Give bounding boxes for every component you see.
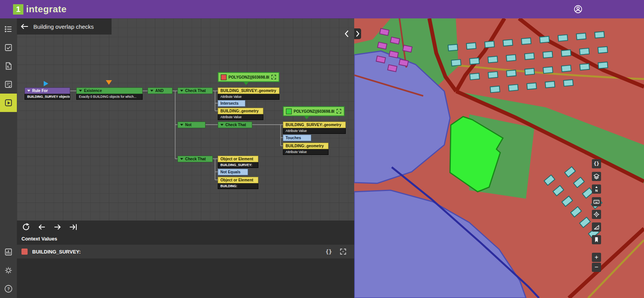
sidebar-item-rules-list[interactable]: [0, 20, 17, 38]
node-predicate-touches[interactable]: Touches: [283, 135, 311, 141]
restart-button[interactable]: [21, 222, 31, 232]
node-check-that-1[interactable]: Check That: [177, 87, 213, 94]
context-value-label: BUILDING_SURVEY:: [32, 249, 81, 255]
zoom-in-button[interactable]: +: [592, 253, 601, 262]
rule-canvas[interactable]: POLYGONZ((603698.881 POLYGONZ((603698.88…: [17, 18, 354, 221]
sidebar: ?: [0, 18, 17, 298]
sidebar-item-help[interactable]: ?: [0, 280, 17, 298]
session-play-icon: [4, 99, 13, 107]
map-panel[interactable]: {} N: [354, 18, 644, 298]
zoom-to-geometry-icon[interactable]: [271, 74, 276, 80]
step-forward-button[interactable]: [53, 222, 62, 232]
menu-list-icon: [4, 25, 13, 33]
map-tool-keyboard[interactable]: [592, 197, 601, 206]
chevron-down-icon: [79, 90, 82, 92]
view-wkt-button[interactable]: {}: [325, 249, 332, 255]
node-not[interactable]: Not: [177, 122, 205, 128]
node-object-building-survey[interactable]: Object or Element BUILDING_SURVEY:: [218, 156, 258, 168]
node-check-that-2[interactable]: Check That: [218, 122, 252, 128]
run-to-end-button[interactable]: [69, 222, 78, 232]
sidebar-spacer: [0, 112, 17, 243]
account-icon: [573, 5, 583, 14]
page-title: Building overlap checks: [33, 23, 94, 30]
layers-icon: [593, 173, 600, 179]
measure-icon: [593, 224, 600, 230]
value-chip-polygon-1[interactable]: POLYGONZ((603698.881: [218, 72, 279, 82]
logo-square: 1: [13, 4, 23, 15]
arrow-to-bar-icon: [69, 223, 77, 231]
sidebar-item-form-checks[interactable]: [0, 75, 17, 94]
chevron-left-icon: [344, 30, 349, 38]
playback-toolbar: [17, 221, 354, 234]
node-object-building[interactable]: Object or Element BUILDING:: [218, 177, 258, 189]
node-attr-building-geometry-1[interactable]: BUILDING:.geometry Attribute Value: [218, 108, 263, 120]
map-tools: {} N: [592, 159, 601, 244]
sidebar-item-theme[interactable]: [0, 261, 17, 280]
map-tool-compass[interactable]: N: [592, 184, 601, 194]
map-tool-code-view[interactable]: {}: [592, 159, 601, 168]
app-logo: 1 integrate: [13, 4, 67, 15]
zoom-to-feature-button[interactable]: [340, 248, 347, 255]
restart-icon: [22, 223, 30, 231]
context-values-heading: Context Values: [17, 234, 354, 245]
svg-text:N: N: [595, 189, 598, 193]
sidebar-item-session[interactable]: [0, 94, 17, 112]
map-tool-layers[interactable]: [592, 172, 601, 181]
node-attr-building-survey-geometry-2[interactable]: BUILDING_SURVEY:.geometry Attribute Valu…: [283, 122, 346, 134]
node-rule-for[interactable]: Rule For BUILDING_SURVEY objects: [25, 87, 70, 100]
run-pointer-icon: [44, 81, 48, 86]
chevron-down-icon: [180, 90, 183, 92]
value-chip-polygon-2[interactable]: POLYGONZ((603698.881: [283, 106, 345, 116]
geometry-swatch: [286, 109, 292, 114]
node-predicate-not-equals[interactable]: Not Equals: [218, 169, 248, 175]
node-attr-building-survey-geometry-1[interactable]: BUILDING_SURVEY:.geometry Attribute Valu…: [218, 87, 279, 100]
rule-document-icon: [4, 62, 13, 70]
top-bar: 1 integrate: [0, 0, 644, 18]
compass-north-icon: N: [593, 186, 600, 192]
logo-text: integrate: [26, 4, 67, 15]
node-existence[interactable]: Existence Exactly 0 BUILDING objects for…: [76, 87, 143, 100]
node-predicate-intersects[interactable]: Intersects: [218, 100, 245, 107]
svg-text:?: ?: [7, 286, 10, 291]
node-connections: [17, 18, 354, 221]
help-icon: ?: [4, 285, 13, 293]
map-zoom-controls: + −: [592, 253, 601, 272]
collapse-panel-left-button[interactable]: [343, 29, 350, 38]
sidebar-item-rule-doc[interactable]: [0, 57, 17, 75]
node-and[interactable]: AND: [148, 87, 172, 94]
account-button[interactable]: [573, 5, 583, 14]
task-check-icon: [4, 43, 13, 52]
step-back-button[interactable]: [37, 222, 46, 232]
geometry-swatch: [221, 74, 227, 80]
session-bottom-panel: Context Values BUILDING_SURVEY: {}: [17, 221, 354, 298]
arrow-right-icon: [53, 223, 62, 231]
expand-panel-right-button[interactable]: [354, 28, 361, 39]
locate-icon: [593, 211, 600, 217]
zoom-out-button[interactable]: −: [592, 263, 601, 272]
keyboard-icon: [593, 199, 600, 205]
sidebar-item-checks[interactable]: [0, 38, 17, 57]
bookmark-icon: [593, 237, 600, 243]
app-root: { "app": { "logo_digit": "1", "logo_text…: [0, 0, 644, 298]
chevron-down-icon: [220, 124, 223, 126]
chevron-down-icon: [27, 90, 30, 92]
chart-icon: [4, 248, 13, 256]
canvas-title-bar: Building overlap checks: [17, 18, 112, 35]
brightness-icon: [4, 266, 13, 275]
map-tool-bookmarks[interactable]: [592, 235, 601, 244]
node-attr-building-geometry-2[interactable]: BUILDING:.geometry Attribute Value: [283, 143, 329, 155]
sidebar-item-stats[interactable]: [0, 243, 17, 261]
chevron-down-icon: [180, 158, 183, 160]
form-validate-icon: [4, 80, 13, 89]
breakpoint-icon[interactable]: [106, 80, 112, 85]
zoom-to-geometry-icon[interactable]: [336, 109, 342, 114]
arrow-left-icon: [38, 223, 46, 231]
back-arrow-icon[interactable]: [21, 23, 28, 30]
node-check-that-3[interactable]: Check That: [177, 156, 213, 162]
context-color-swatch: [21, 249, 28, 255]
map-tool-measure[interactable]: [592, 222, 601, 232]
context-value-row[interactable]: BUILDING_SURVEY: {}: [17, 245, 354, 258]
chevron-down-icon: [150, 90, 153, 92]
map-tool-locate[interactable]: [592, 210, 601, 219]
chevron-down-icon: [180, 124, 183, 126]
